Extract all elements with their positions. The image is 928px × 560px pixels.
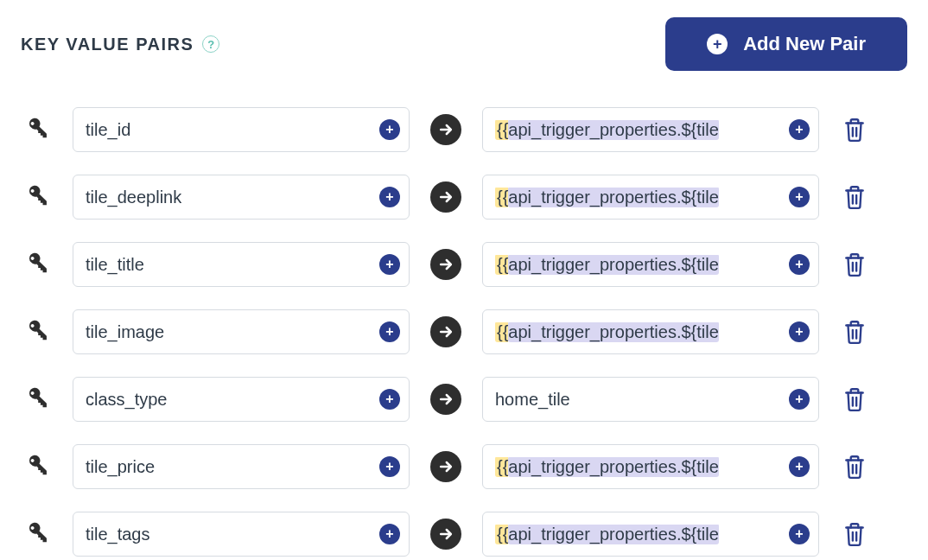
value-input-text: {{api_trigger_properties.${tile xyxy=(495,188,719,207)
value-input-text: {{api_trigger_properties.${tile xyxy=(495,457,719,477)
key-input[interactable]: class_type+ xyxy=(73,377,410,422)
key-input-text: tile_tags xyxy=(86,525,150,544)
key-input-text: tile_id xyxy=(86,120,130,140)
key-input[interactable]: tile_id+ xyxy=(73,107,410,152)
pair-row: tile_deeplink+{{api_trigger_properties.$… xyxy=(21,175,907,220)
arrow-right-icon xyxy=(430,316,461,347)
arrow-right-icon xyxy=(430,519,461,550)
key-input-text: tile_price xyxy=(86,457,155,477)
arrow-right-icon xyxy=(430,384,461,415)
key-icon xyxy=(21,386,52,412)
key-input[interactable]: tile_title+ xyxy=(73,242,410,287)
value-insert-variable-button[interactable]: + xyxy=(789,524,810,544)
arrow-right-icon xyxy=(430,114,461,145)
key-icon xyxy=(21,319,52,345)
pairs-list: tile_id+{{api_trigger_properties.${tile+… xyxy=(21,107,907,557)
key-icon xyxy=(21,521,52,547)
delete-pair-button[interactable] xyxy=(840,250,869,279)
value-input[interactable]: {{api_trigger_properties.${tile+ xyxy=(482,107,819,152)
pair-row: tile_image+{{api_trigger_properties.${ti… xyxy=(21,309,907,354)
value-input[interactable]: home_tile+ xyxy=(482,377,819,422)
title-wrap: KEY VALUE PAIRS ? xyxy=(21,35,219,54)
delete-pair-button[interactable] xyxy=(840,115,869,144)
add-new-pair-button[interactable]: + Add New Pair xyxy=(665,17,907,71)
key-insert-variable-button[interactable]: + xyxy=(379,456,400,477)
key-insert-variable-button[interactable]: + xyxy=(379,321,400,342)
value-insert-variable-button[interactable]: + xyxy=(789,119,810,140)
key-input[interactable]: tile_tags+ xyxy=(73,512,410,557)
key-input-text: tile_deeplink xyxy=(86,188,181,207)
value-insert-variable-button[interactable]: + xyxy=(789,187,810,207)
value-insert-variable-button[interactable]: + xyxy=(789,321,810,342)
value-input[interactable]: {{api_trigger_properties.${tile+ xyxy=(482,309,819,354)
key-insert-variable-button[interactable]: + xyxy=(379,119,400,140)
pair-row: tile_id+{{api_trigger_properties.${tile+ xyxy=(21,107,907,152)
key-insert-variable-button[interactable]: + xyxy=(379,187,400,207)
add-new-pair-label: Add New Pair xyxy=(743,33,866,55)
value-insert-variable-button[interactable]: + xyxy=(789,456,810,477)
key-input-text: tile_image xyxy=(86,322,164,342)
arrow-right-icon xyxy=(430,181,461,213)
delete-pair-button[interactable] xyxy=(840,182,869,212)
key-insert-variable-button[interactable]: + xyxy=(379,389,400,410)
pair-row: tile_price+{{api_trigger_properties.${ti… xyxy=(21,444,907,489)
key-input-text: tile_title xyxy=(86,255,144,275)
delete-pair-button[interactable] xyxy=(840,385,869,414)
delete-pair-button[interactable] xyxy=(840,519,869,549)
arrow-right-icon xyxy=(430,249,461,280)
pair-row: tile_tags+{{api_trigger_properties.${til… xyxy=(21,512,907,557)
help-icon[interactable]: ? xyxy=(202,35,219,53)
value-input-text: {{api_trigger_properties.${tile xyxy=(495,525,719,544)
key-input[interactable]: tile_image+ xyxy=(73,309,410,354)
key-input[interactable]: tile_price+ xyxy=(73,444,410,489)
value-input[interactable]: {{api_trigger_properties.${tile+ xyxy=(482,512,819,557)
key-icon xyxy=(21,251,52,277)
pair-row: class_type+home_tile+ xyxy=(21,377,907,422)
section-title: KEY VALUE PAIRS xyxy=(21,35,194,54)
key-icon xyxy=(21,184,52,210)
value-input-text: {{api_trigger_properties.${tile xyxy=(495,322,719,342)
value-input[interactable]: {{api_trigger_properties.${tile+ xyxy=(482,444,819,489)
key-insert-variable-button[interactable]: + xyxy=(379,254,400,275)
key-input-text: class_type xyxy=(86,390,168,410)
value-insert-variable-button[interactable]: + xyxy=(789,389,810,410)
delete-pair-button[interactable] xyxy=(840,452,869,481)
value-insert-variable-button[interactable]: + xyxy=(789,254,810,275)
key-icon xyxy=(21,117,52,143)
value-input[interactable]: {{api_trigger_properties.${tile+ xyxy=(482,175,819,220)
value-input-text: {{api_trigger_properties.${tile xyxy=(495,120,719,140)
value-input[interactable]: {{api_trigger_properties.${tile+ xyxy=(482,242,819,287)
key-icon xyxy=(21,454,52,480)
delete-pair-button[interactable] xyxy=(840,317,869,347)
pair-row: tile_title+{{api_trigger_properties.${ti… xyxy=(21,242,907,287)
header: KEY VALUE PAIRS ? + Add New Pair xyxy=(21,17,907,71)
key-insert-variable-button[interactable]: + xyxy=(379,524,400,544)
key-input[interactable]: tile_deeplink+ xyxy=(73,175,410,220)
value-input-text: home_tile xyxy=(495,390,570,410)
value-input-text: {{api_trigger_properties.${tile xyxy=(495,255,719,275)
plus-icon: + xyxy=(707,34,728,54)
arrow-right-icon xyxy=(430,451,461,482)
